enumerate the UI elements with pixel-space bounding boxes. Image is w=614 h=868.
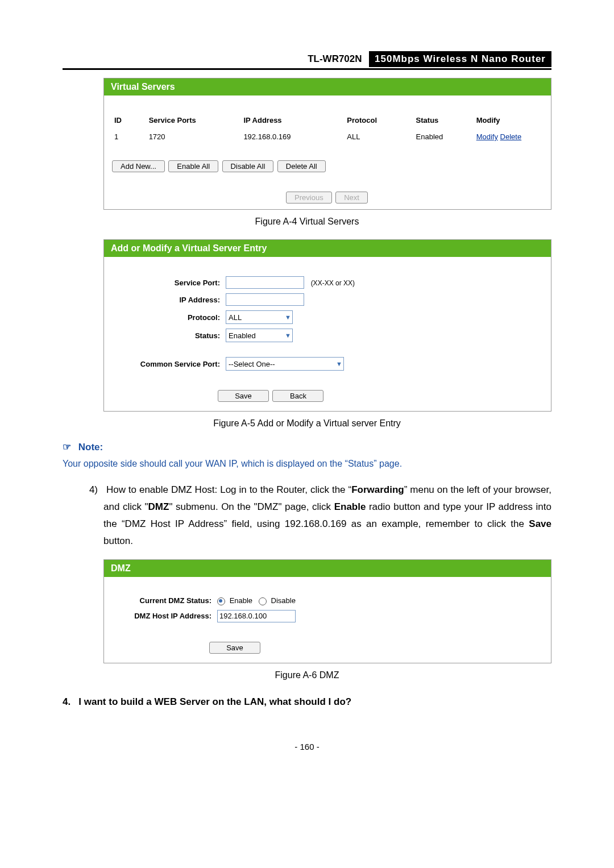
common-service-port-value: --Select One-- bbox=[229, 360, 275, 368]
enable-all-button[interactable]: Enable All bbox=[168, 160, 218, 172]
enable-label: Enable bbox=[230, 596, 252, 605]
faq-question-4: 4. I want to build a WEB Server on the L… bbox=[63, 696, 551, 708]
save-button[interactable]: Save bbox=[209, 642, 260, 654]
virtual-servers-panel: Virtual Servers ID Service Ports IP Addr… bbox=[103, 78, 551, 210]
col-ports: Service Ports bbox=[147, 113, 242, 130]
delete-all-button[interactable]: Delete All bbox=[277, 160, 326, 172]
ip-address-input[interactable] bbox=[226, 293, 304, 306]
dmz-host-ip-input[interactable] bbox=[217, 610, 296, 622]
table-row: 1 1720 192.168.0.169 ALL Enabled Modify … bbox=[112, 130, 543, 143]
model-desc: 150Mbps Wireless N Nano Router bbox=[369, 51, 551, 67]
disable-all-button[interactable]: Disable All bbox=[222, 160, 274, 172]
delete-link[interactable]: Delete bbox=[500, 132, 522, 141]
modify-link[interactable]: Modify bbox=[476, 132, 498, 141]
hand-icon: ☞ bbox=[63, 441, 71, 453]
enable-radio[interactable] bbox=[217, 597, 225, 605]
note-text: Your opposite side should call your WAN … bbox=[63, 459, 551, 469]
chevron-down-icon: ▼ bbox=[336, 360, 342, 367]
label-dmz-host-ip: DMZ Host IP Address: bbox=[112, 612, 217, 620]
col-ip: IP Address bbox=[241, 113, 345, 130]
status-select[interactable]: Enabled ▼ bbox=[226, 329, 293, 342]
add-new-button[interactable]: Add New... bbox=[112, 160, 165, 172]
figure-caption-a6: Figure A-6 DMZ bbox=[63, 670, 551, 680]
disable-label: Disable bbox=[271, 596, 296, 605]
label-protocol: Protocol: bbox=[112, 313, 226, 322]
faq-text: I want to build a WEB Server on the LAN,… bbox=[78, 696, 351, 707]
col-status: Status bbox=[414, 113, 474, 130]
label-ip-address: IP Address: bbox=[112, 296, 226, 304]
label-service-port: Service Port: bbox=[112, 279, 226, 287]
col-modify: Modify bbox=[474, 113, 543, 130]
step-number: 4) bbox=[81, 481, 98, 499]
status-value: Enabled bbox=[229, 331, 256, 340]
dmz-panel: DMZ Current DMZ Status: Enable Disable D… bbox=[103, 559, 551, 663]
figure-caption-a5: Figure A-5 Add or Modify a Virtual serve… bbox=[63, 418, 551, 429]
disable-radio[interactable] bbox=[259, 597, 267, 605]
common-service-port-select[interactable]: --Select One-- ▼ bbox=[226, 357, 344, 371]
label-current-dmz-status: Current DMZ Status: bbox=[112, 596, 217, 605]
label-status: Status: bbox=[112, 331, 226, 340]
doc-header: TL-WR702N 150Mbps Wireless N Nano Router bbox=[63, 51, 551, 70]
virtual-servers-table: ID Service Ports IP Address Protocol Sta… bbox=[112, 113, 543, 143]
label-common-service-port: Common Service Port: bbox=[112, 360, 226, 368]
figure-caption-a4: Figure A-4 Virtual Servers bbox=[63, 217, 551, 227]
previous-button[interactable]: Previous bbox=[286, 192, 332, 203]
cell-ports: 1720 bbox=[147, 130, 242, 143]
cell-status: Enabled bbox=[414, 130, 474, 143]
panel-title-add-modify: Add or Modify a Virtual Server Entry bbox=[104, 240, 551, 257]
panel-title-dmz: DMZ bbox=[104, 560, 551, 577]
panel-title-virtual-servers: Virtual Servers bbox=[104, 78, 551, 95]
chevron-down-icon: ▼ bbox=[285, 314, 291, 321]
protocol-select[interactable]: ALL ▼ bbox=[226, 310, 293, 324]
instruction-paragraph-4: 4) How to enable DMZ Host: Log in to the… bbox=[103, 481, 551, 550]
cell-proto: ALL bbox=[345, 130, 413, 143]
service-port-input[interactable] bbox=[226, 276, 304, 289]
page-number: - 160 - bbox=[63, 742, 551, 751]
service-port-hint: (XX-XX or XX) bbox=[311, 279, 355, 287]
col-id: ID bbox=[112, 113, 147, 130]
chevron-down-icon: ▼ bbox=[285, 332, 291, 339]
note-heading: ☞ Note: bbox=[63, 441, 551, 453]
add-modify-vs-panel: Add or Modify a Virtual Server Entry Ser… bbox=[103, 239, 551, 412]
next-button[interactable]: Next bbox=[335, 192, 368, 203]
col-proto: Protocol bbox=[345, 113, 413, 130]
model-label: TL-WR702N bbox=[303, 52, 366, 66]
note-label: Note: bbox=[78, 442, 103, 452]
save-button[interactable]: Save bbox=[218, 390, 269, 402]
back-button[interactable]: Back bbox=[272, 390, 323, 402]
protocol-value: ALL bbox=[229, 313, 242, 322]
faq-number: 4. bbox=[63, 696, 70, 707]
cell-id: 1 bbox=[112, 130, 147, 143]
cell-ip: 192.168.0.169 bbox=[241, 130, 345, 143]
